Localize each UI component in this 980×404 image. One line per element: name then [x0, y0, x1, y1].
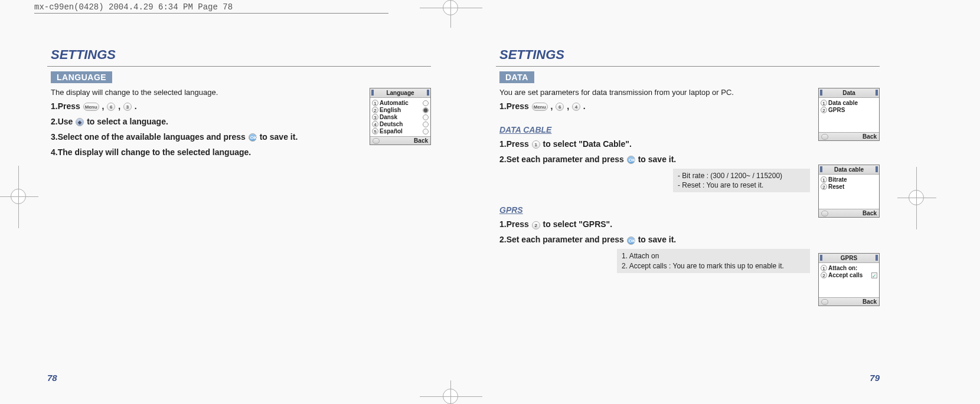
step-1-c: ,	[567, 101, 571, 111]
note-box-bitrate: - Bit rate : (300 / 1200~ / 115200) - Re…	[673, 169, 810, 192]
item-number: 2	[821, 183, 827, 190]
phone-body: 1Attach on: 2Accept calls✓	[819, 263, 879, 297]
rule	[496, 66, 880, 67]
registration-mark-bottom	[443, 389, 458, 404]
phone-screen-datacable: Data cable 1Bitrate 2Reset Back	[818, 165, 880, 218]
item-number: 1	[821, 265, 827, 271]
dc-step-2-b: to save it.	[638, 155, 677, 164]
item-label: Dansk	[380, 114, 422, 120]
list-item: 1Data cable	[821, 100, 877, 106]
step-1-d: .	[583, 101, 586, 111]
key-6-icon: 6	[107, 103, 115, 111]
step-1-a: 1.Press	[499, 101, 531, 111]
key-1-icon: 1	[532, 140, 540, 149]
item-label: Data cable	[828, 100, 877, 106]
phone-screen-gprs: GPRS 1Attach on: 2Accept calls✓ Back	[818, 253, 880, 306]
step-1-c: ,	[118, 101, 123, 111]
phone-footer: Back	[819, 209, 879, 217]
list-item: 1Attach on:	[821, 265, 877, 271]
page-79: SETTINGS DATA You are set parameters for…	[496, 47, 880, 371]
ok-key-icon: OK	[627, 156, 635, 164]
note-line: 1. Attach on	[622, 251, 805, 261]
registration-mark-top	[443, 0, 458, 15]
note-box-gprs: 1. Attach on 2. Accept calls : You are t…	[617, 249, 810, 272]
back-label: Back	[414, 137, 428, 144]
list-item: 4Deutsch	[372, 121, 429, 127]
nav-icon	[821, 134, 828, 140]
phone-footer: Back	[370, 136, 430, 144]
item-number: 2	[821, 272, 827, 278]
gp-step-1: 1.Press 2 to select "GPRS".	[499, 218, 880, 230]
dc-step-1-b: to select "Data Cable".	[543, 139, 632, 149]
dc-step-1-a: 1.Press	[499, 139, 531, 149]
item-label: Reset	[828, 183, 877, 190]
list-item: 5Español	[372, 128, 429, 134]
back-label: Back	[863, 298, 877, 305]
list-item: 1Bitrate	[821, 176, 877, 183]
item-label: English	[380, 107, 422, 113]
list-item: 2Reset	[821, 183, 877, 190]
list-item: 3Dansk	[372, 114, 429, 120]
phone-screen-data: Data 1Data cable 2GPRS Back	[818, 88, 880, 141]
list-item: 2GPRS	[821, 107, 877, 113]
item-label: Bitrate	[828, 176, 877, 183]
menu-key-icon: Menu	[532, 103, 548, 111]
note-line: - Reset : You are to reset it.	[678, 180, 805, 190]
phone-screen-language: Language 1Automatic 2English 3Dansk 4Deu…	[370, 88, 431, 145]
item-number: 3	[372, 114, 378, 120]
step-3-a: 3.Select one of the available languages …	[51, 132, 248, 142]
step-1-a: 1.Press	[51, 101, 83, 111]
item-number: 1	[821, 176, 827, 183]
list-item: 1Automatic	[372, 100, 429, 106]
gp-step-2-a: 2.Set each parameter and press	[499, 235, 626, 244]
step-4: 4.The display will change to the selecte…	[51, 146, 431, 158]
gp-step-2-b: to save it.	[638, 235, 677, 244]
dc-step-2-a: 2.Set each parameter and press	[499, 155, 626, 164]
item-number: 4	[372, 121, 378, 127]
dc-step-2: 2.Set each parameter and press OK to sav…	[499, 153, 880, 165]
radio-icon	[423, 129, 429, 134]
step-1-b: ,	[551, 101, 556, 111]
nav-icon	[373, 138, 380, 144]
registration-mark-right	[909, 190, 924, 205]
page-number: 79	[870, 373, 880, 383]
gp-step-2: 2.Set each parameter and press OK to sav…	[499, 234, 880, 245]
item-label: Attach on:	[828, 265, 877, 271]
gp-step-1-a: 1.Press	[499, 219, 531, 229]
note-line: 2. Accept calls : You are to mark this u…	[622, 261, 805, 271]
radio-icon	[423, 107, 429, 113]
phone-footer: Back	[819, 297, 879, 306]
page-78: SETTINGS LANGUAGE The display will chang…	[47, 47, 431, 371]
phone-title: GPRS	[819, 254, 879, 263]
item-label: Deutsch	[380, 121, 422, 127]
note-line: - Bit rate : (300 / 1200~ / 115200)	[678, 171, 805, 180]
checkbox-icon: ✓	[871, 272, 877, 278]
item-label: Accept calls	[828, 272, 870, 278]
key-4-icon: 4	[572, 103, 580, 111]
step-2-b: to select a language.	[87, 117, 168, 126]
radio-icon	[423, 100, 429, 106]
header-imposition: mx-c99en(0428) 2004.4.29 6:34 PM Page 78	[34, 2, 388, 14]
step-1-b: ,	[102, 101, 107, 111]
key-2-icon: 2	[532, 221, 540, 229]
page-number: 78	[47, 373, 57, 383]
phone-footer: Back	[819, 132, 879, 140]
item-label: Español	[380, 128, 422, 134]
page-title: SETTINGS	[499, 47, 880, 63]
phone-title: Data	[819, 88, 879, 98]
phone-title: Language	[370, 88, 430, 98]
page-title: SETTINGS	[51, 47, 431, 63]
nav-key-icon: ◈	[76, 118, 84, 126]
rule	[47, 66, 431, 67]
key-6-icon: 6	[556, 103, 564, 111]
ok-key-icon: OK	[627, 237, 635, 245]
registration-mark-left	[11, 189, 26, 204]
ok-key-icon: OK	[249, 133, 257, 142]
radio-icon	[423, 114, 429, 120]
section-heading-language: LANGUAGE	[51, 71, 112, 83]
key-3-icon: 3	[123, 103, 132, 111]
phone-title: Data cable	[819, 165, 879, 175]
back-label: Back	[863, 133, 877, 140]
radio-icon	[423, 121, 429, 127]
step-2-a: 2.Use	[51, 117, 75, 126]
